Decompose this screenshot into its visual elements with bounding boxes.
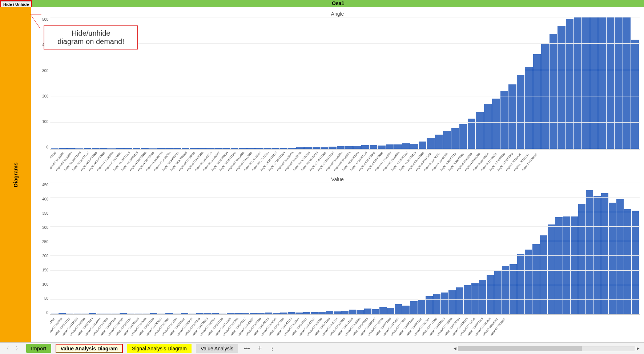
bar [142,314,150,314]
bar [484,104,492,149]
bar [250,313,257,314]
horizontal-scrollbar[interactable]: ◀ ▶ [452,346,641,351]
bar [494,271,502,315]
bar [379,307,387,314]
tab-overflow-icon[interactable]: ••• [242,345,251,352]
bar [402,143,410,149]
bar [590,17,598,149]
bar [479,280,486,314]
bar [586,190,593,314]
sheet-menu-icon[interactable]: ⋮ [268,346,276,351]
bar [353,146,361,149]
bar [548,224,555,314]
bar [89,313,96,314]
bar [212,313,219,314]
bar [433,294,440,314]
tab-value-analysis[interactable]: Value Analysis [196,344,238,353]
bar [402,306,410,314]
bar [263,148,271,149]
bar [435,135,443,149]
chart-title-angle: Angle [35,10,640,17]
bar [59,148,67,149]
bar [395,304,402,314]
bar [456,287,463,314]
value-chart: Value 450400350300250200150100500 Value:… [35,176,640,341]
bar [578,204,585,314]
bar [593,196,601,314]
bar [231,148,238,149]
bar [459,124,467,149]
bar [525,250,532,314]
bar [318,312,326,314]
bar [607,17,614,149]
bar [541,44,549,149]
bar [158,314,165,314]
tab-import[interactable]: Import [26,344,51,353]
bar [623,17,631,149]
tab-signal-analysis-diagram[interactable]: Signal Analysis Diagram [127,344,192,353]
bar [51,148,59,149]
bar [120,313,127,314]
bar [500,91,508,149]
bar [313,147,320,149]
chart-title-value: Value [35,176,640,183]
bar [239,148,246,149]
bar [378,146,385,149]
bar [532,244,540,314]
scroll-left-icon[interactable]: ◀ [452,346,458,350]
bar [419,142,426,149]
bar [257,313,265,314]
annotation-callout: Hide/unhide diagram on demand! [44,25,138,49]
sheet-nav-prev[interactable]: 〈 [3,345,11,353]
bar [616,199,624,314]
bar [51,314,58,314]
bar [517,254,524,314]
bar [227,313,234,314]
bar [571,216,578,314]
bar [97,314,104,314]
bar [631,40,639,149]
bar [100,148,108,149]
bar [75,148,83,149]
bar [476,112,483,149]
bar [247,148,255,149]
bar [214,148,222,149]
bar [441,293,448,314]
bar [165,148,173,149]
bar [370,145,377,149]
xaxis-angle: Angle:-54.49063703Angle:-53.52066350Angl… [50,150,640,176]
bar [361,145,369,149]
bar [615,17,622,149]
bar [288,312,295,314]
plot-value [50,183,640,315]
bar [394,144,402,149]
bar [321,147,328,149]
bar [563,216,570,314]
bar [502,266,509,314]
bar [59,313,66,314]
sheet-tab-bar: 〈 〉 Import Value Analysis Diagram Signal… [0,342,644,354]
tab-value-analysis-diagram[interactable]: Value Analysis Diagram [56,344,123,353]
scroll-right-icon[interactable]: ▶ [635,346,641,350]
bar [345,146,353,149]
hide-unhide-button[interactable]: Hide / Unhide [1,1,31,8]
bar [311,312,318,314]
bar [341,311,349,314]
chart-content: Angle 5004003002001000 Angle:-54.4906370… [31,7,644,342]
sheet-nav-next[interactable]: 〉 [14,345,22,353]
bar [255,148,263,149]
bar [510,264,517,314]
bar [280,148,287,149]
bar [582,17,589,149]
bar [410,144,418,149]
bar [222,148,230,149]
bar [150,313,157,314]
bar [329,147,336,149]
bar [242,313,249,314]
bar [574,17,581,149]
bar [108,148,116,149]
bar [601,193,608,314]
bar [66,314,73,314]
add-sheet-button[interactable]: + [256,345,264,352]
bar [525,67,532,149]
